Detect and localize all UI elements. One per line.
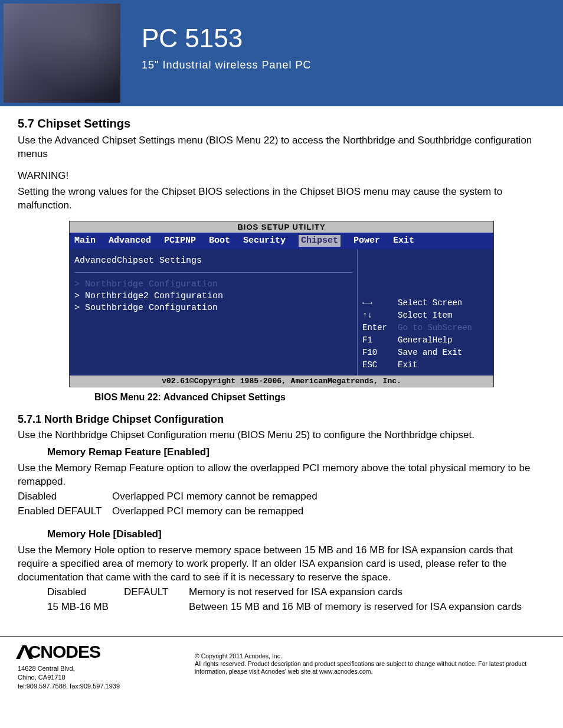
brand-swoosh-icon: Λ: [16, 641, 32, 664]
option-default-tag: [124, 600, 189, 614]
footer-address-line: tel:909.597.7588, fax:909.597.1939: [18, 683, 195, 690]
option-heading-memory-hole: Memory Hole [Disabled]: [47, 528, 545, 541]
bios-tab-pcipnp[interactable]: PCIPNP: [164, 235, 196, 247]
bios-window: BIOS SETUP UTILITY Main Advanced PCIPNP …: [69, 221, 494, 388]
option-row: Disabled DEFAULT Memory is not reserved …: [47, 586, 545, 599]
option-value: 15 MB-16 MB: [47, 600, 124, 614]
bios-tab-chipset[interactable]: Chipset: [299, 235, 341, 247]
header-text-block: PC 5153 15" Industrial wireless Panel PC: [124, 0, 563, 106]
bios-help-label: Save and Exit: [398, 347, 462, 358]
bios-help-row: EnterGo to SubScreen: [362, 322, 489, 334]
bios-help-key: ↑↓: [362, 310, 398, 321]
option-text-memory-remap: Use the Memory Remap Feature option to a…: [18, 462, 545, 489]
brand-logo: Λ CNODES: [18, 641, 195, 664]
option-value: Disabled: [18, 490, 112, 504]
option-text-memory-hole: Use the Memory Hole option to reserve me…: [18, 544, 545, 585]
warning-text: Setting the wrong values for the Chipset…: [18, 185, 545, 213]
bios-tab-boot[interactable]: Boot: [209, 235, 230, 247]
bios-help-label: Exit: [398, 360, 418, 371]
bios-tab-main[interactable]: Main: [74, 235, 96, 247]
option-value: Disabled: [47, 586, 124, 599]
bios-figure: BIOS SETUP UTILITY Main Advanced PCIPNP …: [69, 221, 494, 388]
option-desc: Memory is not reserved for ISA expansion…: [189, 586, 545, 599]
option-desc: Overlapped PCI memory can be remapped: [112, 505, 303, 518]
bios-help-key: F10: [362, 347, 398, 358]
option-value: Enabled DEFAULT: [18, 505, 112, 518]
bios-title-bar: BIOS SETUP UTILITY: [70, 221, 493, 233]
bios-item-southbridge[interactable]: > Southbridge Configuration: [74, 302, 352, 314]
bios-help-key: F1: [362, 335, 398, 346]
bios-tab-power[interactable]: Power: [353, 235, 380, 247]
bios-help-row: ←→Select Screen: [362, 298, 489, 309]
footer-legal: All rights reserved. Product description…: [195, 660, 545, 675]
page-content: 5.7 Chipset Settings Use the Advanced Ch…: [0, 106, 563, 626]
bios-footer-bar: v02.61©Copyright 1985-2006, AmericanMega…: [70, 376, 493, 387]
page-footer: Λ CNODES 14628 Central Blvd, Chino, CA91…: [0, 636, 563, 709]
option-desc: Between 15 MB and 16 MB of memory is res…: [189, 600, 545, 614]
bios-help-key: ←→: [362, 298, 398, 309]
bios-help-row: ESCExit: [362, 360, 489, 371]
product-thumbnail: [0, 0, 124, 106]
brand-text: CNODES: [28, 642, 100, 662]
bios-help-panel: ←→Select Screen ↑↓Select Item EnterGo to…: [358, 249, 493, 375]
bios-tab-advanced[interactable]: Advanced: [109, 235, 151, 247]
section-heading: 5.7 Chipset Settings: [18, 116, 545, 132]
option-row: Disabled Overlapped PCI memory cannot be…: [18, 490, 545, 504]
bios-item-northbridge[interactable]: > Northbridge Configuration: [74, 279, 352, 290]
header-banner: PC 5153 15" Industrial wireless Panel PC: [0, 0, 563, 106]
option-desc: Overlapped PCI memory cannot be remapped: [112, 490, 317, 504]
bios-help-key: ESC: [362, 360, 398, 371]
option-heading-memory-remap: Memory Remap Feature [Enabled]: [47, 446, 545, 459]
bios-help-label: Select Item: [398, 310, 452, 321]
footer-left: Λ CNODES 14628 Central Blvd, Chino, CA91…: [18, 641, 195, 691]
bios-divider: [74, 272, 352, 273]
bios-help-row: F10Save and Exit: [362, 347, 489, 358]
product-subtitle: 15" Industrial wireless Panel PC: [142, 59, 545, 71]
footer-address-line: 14628 Central Blvd,: [18, 665, 195, 672]
bios-help-label: Go to SubScreen: [398, 322, 472, 334]
bios-tab-security[interactable]: Security: [243, 235, 286, 247]
bios-tab-exit[interactable]: Exit: [393, 235, 414, 247]
bios-item-northbridge2[interactable]: > Northbridge2 Configuration: [74, 290, 352, 302]
bios-left-panel: AdvancedChipset Settings > Northbridge C…: [70, 249, 358, 375]
bios-help-label: GeneralHelp: [398, 335, 452, 346]
footer-address-line: Chino, CA91710: [18, 674, 195, 681]
option-row: 15 MB-16 MB Between 15 MB and 16 MB of m…: [47, 600, 545, 614]
bios-panel-title: AdvancedChipset Settings: [74, 255, 352, 267]
footer-right: © Copyright 2011 Acnodes, Inc. All right…: [195, 641, 545, 691]
subsection-heading: 5.7.1 North Bridge Chipset Configuration: [18, 412, 545, 426]
option-default-tag: DEFAULT: [124, 586, 189, 599]
bios-help-key: Enter: [362, 322, 398, 334]
bios-help-label: Select Screen: [398, 298, 462, 309]
bios-body: AdvancedChipset Settings > Northbridge C…: [70, 249, 493, 375]
bios-menu-tabs: Main Advanced PCIPNP Boot Security Chips…: [70, 233, 493, 249]
subsection-text: Use the Northbridge Chipset Configuratio…: [18, 429, 545, 442]
bios-help-row: ↑↓Select Item: [362, 310, 489, 321]
option-row: Enabled DEFAULT Overlapped PCI memory ca…: [18, 505, 545, 518]
bios-caption: BIOS Menu 22: Advanced Chipset Settings: [94, 391, 545, 404]
footer-copyright: © Copyright 2011 Acnodes, Inc.: [195, 652, 545, 660]
section-intro: Use the Advanced Chipset Settings menu (…: [18, 134, 545, 161]
warning-label: WARNING!: [18, 169, 545, 183]
bios-help-row: F1GeneralHelp: [362, 335, 489, 346]
product-title: PC 5153: [142, 24, 545, 53]
